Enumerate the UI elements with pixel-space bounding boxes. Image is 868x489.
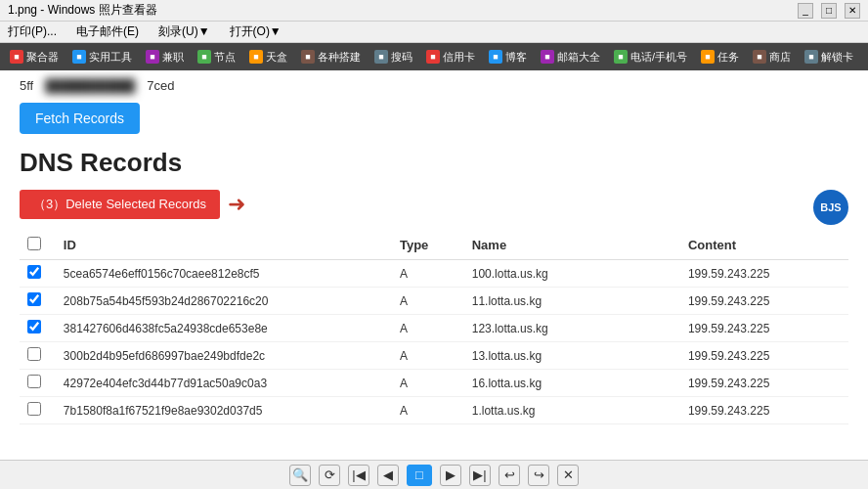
bookmark-jiedian-icon: ■: [197, 50, 211, 64]
search-icon: 🔍: [292, 467, 308, 482]
menu-email[interactable]: 电子邮件(E): [72, 22, 143, 42]
row-checkbox-cell: [20, 260, 56, 288]
bookmark-youxiang[interactable]: ■ 邮箱大全: [535, 48, 606, 67]
minimize-button[interactable]: _: [798, 3, 813, 19]
fetch-records-button[interactable]: Fetch Records: [20, 103, 140, 134]
redo-button[interactable]: ↪: [528, 465, 549, 486]
row-id: 300b2d4b95efd686997bae249bdfde2c: [56, 342, 392, 370]
next-page-button[interactable]: ▶: [440, 465, 461, 486]
bookmark-gejian[interactable]: ■ 各种搭建: [295, 48, 367, 67]
bookmark-juheqi[interactable]: ■ 聚合器: [4, 48, 65, 67]
menu-open[interactable]: 打开(O)▼: [226, 22, 285, 42]
row-name: 100.lotta.us.kg: [464, 260, 680, 288]
row-type: A: [392, 342, 464, 370]
records-table: ID Type Name Content 5cea6574e6eff0156c7…: [20, 231, 848, 424]
bookmark-jianzhi-icon: ■: [146, 50, 159, 64]
row-id: 208b75a54b45f593b24d286702216c20: [56, 288, 392, 315]
row-type: A: [392, 288, 464, 315]
table-header-row: ID Type Name Content: [20, 231, 848, 260]
title-bar-controls: _ □ ✕: [798, 3, 860, 19]
bookmark-jiesuo[interactable]: ■ 解锁卡: [799, 48, 859, 67]
row-content: 199.59.243.225: [680, 260, 848, 288]
row-name: 123.lotta.us.kg: [464, 315, 680, 342]
delete-selected-button[interactable]: （3）Delete Selected Records: [20, 190, 220, 219]
undo-button[interactable]: ↩: [499, 465, 520, 486]
bookmark-tianhe[interactable]: ■ 天盒: [243, 48, 293, 67]
row-checkbox-cell: [20, 370, 56, 397]
last-page-icon: ▶|: [473, 467, 486, 482]
row-checkbox-0[interactable]: [27, 265, 41, 279]
header-checkbox-col: [20, 231, 56, 260]
row-content: 199.59.243.225: [680, 342, 848, 370]
row-content: 199.59.243.225: [680, 397, 848, 424]
refresh-icon: ⟳: [325, 467, 335, 482]
header-name: Name: [464, 231, 680, 260]
bookmark-souma[interactable]: ■ 搜码: [369, 48, 418, 67]
row-checkbox-1[interactable]: [27, 292, 41, 306]
first-page-icon: |◀: [352, 467, 365, 482]
bookmark-jiesuo-icon: ■: [804, 50, 818, 64]
table-row: 208b75a54b45f593b24d286702216c20 A 11.lo…: [20, 288, 848, 315]
row-name: 1.lotta.us.kg: [464, 397, 680, 424]
bookmark-shiyong[interactable]: ■ 实用工具: [66, 48, 138, 67]
search-button[interactable]: 🔍: [289, 465, 311, 486]
bookmark-shangdian[interactable]: ■ 商店: [747, 48, 797, 67]
table-row: 7b1580f8a1f67521f9e8ae9302d037d5 A 1.lot…: [20, 397, 848, 424]
row-type: A: [392, 315, 464, 342]
row-name: 11.lotta.us.kg: [464, 288, 680, 315]
row-checkbox-5[interactable]: [27, 402, 41, 416]
close-icon: ✕: [563, 467, 574, 482]
close-toolbar-button[interactable]: ✕: [557, 465, 579, 486]
bookmark-renwu[interactable]: ■ 任务: [695, 48, 745, 67]
bookmark-juheqi-icon: ■: [10, 50, 23, 64]
bookmark-dianhua[interactable]: ■ 电话/手机号: [608, 48, 693, 67]
last-page-button[interactable]: ▶|: [469, 465, 491, 486]
title-bar: 1.png - Windows 照片查看器 _ □ ✕: [0, 0, 868, 22]
bookmark-jianzhi[interactable]: ■ 兼职: [140, 48, 190, 67]
refresh-button[interactable]: ⟳: [319, 465, 340, 486]
row-name: 13.lotta.us.kg: [464, 342, 680, 370]
page-indicator-button[interactable]: □: [407, 465, 432, 486]
undo-icon: ↩: [504, 467, 515, 482]
menu-bar: 打印(P)... 电子邮件(E) 刻录(U)▼ 打开(O)▼: [0, 22, 868, 43]
dns-records-heading: DNS Records: [20, 148, 848, 178]
header-id: ID: [56, 231, 392, 260]
row-checkbox-4[interactable]: [27, 375, 41, 388]
first-page-button[interactable]: |◀: [348, 465, 369, 486]
row-checkbox-cell: [20, 288, 56, 315]
menu-burn[interactable]: 刻录(U)▼: [154, 22, 214, 42]
row-checkbox-3[interactable]: [27, 347, 41, 361]
bookmark-dianhua-icon: ■: [614, 50, 628, 64]
header-content: Content: [680, 231, 848, 260]
next-page-icon: ▶: [446, 467, 456, 482]
title-text: 1.png - Windows 照片查看器: [8, 2, 157, 19]
menu-print[interactable]: 打印(P)...: [4, 22, 61, 42]
table-row: 381427606d4638fc5a24938cde653e8e A 123.l…: [20, 315, 848, 342]
row-checkbox-2[interactable]: [27, 320, 41, 333]
bookmark-tianhe-icon: ■: [249, 50, 263, 64]
bookmark-xinyong[interactable]: ■ 信用卡: [420, 48, 481, 67]
bookmark-jiedian[interactable]: ■ 节点: [192, 48, 241, 67]
row-checkbox-cell: [20, 397, 56, 424]
bookmark-boke[interactable]: ■ 博客: [483, 48, 533, 67]
bookmark-shangdian-icon: ■: [753, 50, 766, 64]
title-bar-title: 1.png - Windows 照片查看器: [8, 2, 157, 19]
prev-page-icon: ◀: [383, 467, 393, 482]
prev-page-button[interactable]: ◀: [377, 465, 399, 486]
select-all-checkbox[interactable]: [27, 237, 41, 250]
row-content: 199.59.243.225: [680, 315, 848, 342]
close-button[interactable]: ✕: [845, 3, 860, 19]
delete-row: （3）Delete Selected Records ➜ BJS: [20, 190, 848, 219]
row-name: 16.lotta.us.kg: [464, 370, 680, 397]
bookmark-xinyong-icon: ■: [426, 50, 440, 64]
row-checkbox-cell: [20, 315, 56, 342]
row-content: 199.59.243.225: [680, 370, 848, 397]
table-row: 300b2d4b95efd686997bae249bdfde2c A 13.lo…: [20, 342, 848, 370]
maximize-button[interactable]: □: [821, 3, 837, 19]
bookmark-souma-icon: ■: [374, 50, 388, 64]
row-type: A: [392, 370, 464, 397]
row-id: 5cea6574e6eff0156c70caee812e8cf5: [56, 260, 392, 288]
redo-icon: ↪: [534, 467, 544, 482]
bookmark-renwu-icon: ■: [701, 50, 715, 64]
bookmarks-bar: ■ 聚合器 ■ 实用工具 ■ 兼职 ■ 节点 ■ 天盒 ■ 各种搭建 ■ 搜码 …: [0, 43, 868, 70]
